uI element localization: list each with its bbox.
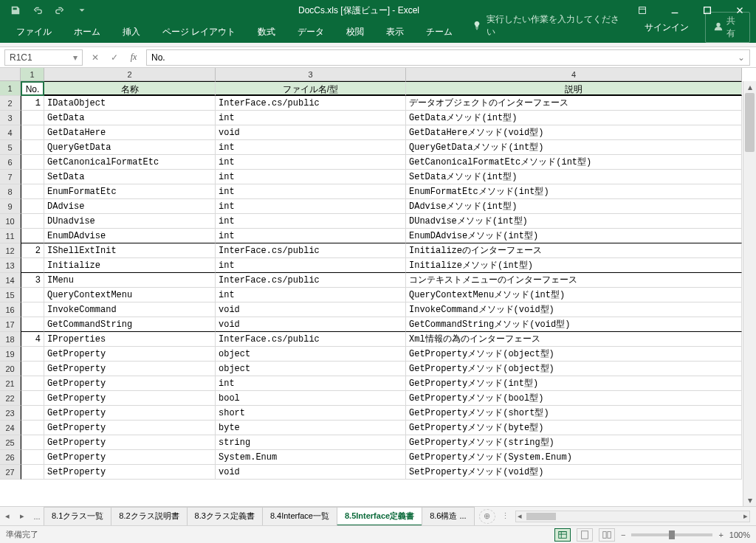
data-cell[interactable]: SetDataメソッド(int型)	[406, 170, 742, 184]
data-cell[interactable]: GetProperty	[44, 421, 216, 435]
data-cell[interactable]: GetDataHere	[44, 125, 216, 140]
data-cell[interactable]: QueryGetData	[44, 140, 216, 155]
row-header[interactable]: 15	[0, 288, 21, 302]
data-cell[interactable]: int	[216, 140, 406, 155]
data-cell[interactable]	[21, 376, 44, 391]
row-header[interactable]: 3	[0, 111, 21, 125]
data-cell[interactable]: IProperties	[44, 332, 216, 347]
data-cell[interactable]: SetPropertyメソッド(void型)	[406, 465, 742, 480]
data-cell[interactable]: GetProperty	[44, 391, 216, 406]
data-cell[interactable]: GetPropertyメソッド(object型)	[406, 362, 742, 376]
data-cell[interactable]: InterFace.cs/public	[216, 243, 406, 258]
data-cell[interactable]: InterFace.cs/public	[216, 332, 406, 347]
data-cell[interactable]	[21, 258, 44, 273]
row-header[interactable]: 19	[0, 347, 21, 362]
row-header[interactable]: 11	[0, 229, 21, 243]
tab-layout[interactable]: ページ レイアウト	[152, 21, 246, 43]
sheet-split-icon[interactable]: ⋮	[501, 511, 509, 521]
row-header[interactable]: 2	[0, 96, 21, 111]
data-cell[interactable]: GetProperty	[44, 347, 216, 362]
data-cell[interactable]: GetProperty	[44, 376, 216, 391]
data-cell[interactable]: InvokeCommandメソッド(void型)	[406, 302, 742, 317]
tab-team[interactable]: チーム	[416, 21, 463, 43]
data-cell[interactable]	[21, 155, 44, 170]
data-cell[interactable]: GetPropertyメソッド(bool型)	[406, 391, 742, 406]
sheet-tab[interactable]: 8.3クラス定義書	[187, 507, 263, 526]
signin-link[interactable]: サインイン	[634, 17, 699, 38]
data-cell[interactable]: DUnadvise	[44, 214, 216, 229]
header-cell[interactable]: 名称	[44, 81, 216, 96]
data-cell[interactable]: object	[216, 347, 406, 362]
sheet-tab[interactable]: 8.2クラス説明書	[111, 507, 187, 526]
chevron-down-icon[interactable]: ▾	[73, 52, 78, 63]
row-header[interactable]: 9	[0, 199, 21, 214]
tab-home[interactable]: ホーム	[63, 21, 111, 43]
data-cell[interactable]: int	[216, 376, 406, 391]
data-cell[interactable]: InterFace.cs/public	[216, 96, 406, 111]
add-sheet-icon[interactable]: ⊕	[479, 509, 495, 524]
data-cell[interactable]: DUnadviseメソッド(int型)	[406, 214, 742, 229]
data-cell[interactable]: IShellExtInit	[44, 243, 216, 258]
data-cell[interactable]: IDataObject	[44, 96, 216, 111]
data-cell[interactable]: GetPropertyメソッド(short型)	[406, 406, 742, 421]
row-header[interactable]: 13	[0, 258, 21, 273]
data-cell[interactable]	[21, 302, 44, 317]
expand-formula-icon[interactable]: ⌄	[738, 52, 745, 63]
data-cell[interactable]: InterFace.cs/public	[216, 273, 406, 288]
header-cell[interactable]: 説明	[406, 81, 742, 96]
name-box[interactable]: R1C1 ▾	[4, 49, 83, 66]
scroll-down-icon[interactable]: ▾	[743, 494, 756, 506]
data-cell[interactable]: GetPropertyメソッド(int型)	[406, 376, 742, 391]
data-cell[interactable]	[21, 435, 44, 450]
row-header[interactable]: 20	[0, 362, 21, 376]
data-cell[interactable]: short	[216, 406, 406, 421]
data-cell[interactable]: int	[216, 258, 406, 273]
data-cell[interactable]: int	[216, 170, 406, 184]
data-cell[interactable]	[21, 199, 44, 214]
data-cell[interactable]: int	[216, 288, 406, 302]
tab-file[interactable]: ファイル	[6, 21, 62, 43]
scroll-up-icon[interactable]: ▴	[743, 81, 756, 93]
data-cell[interactable]: 2	[21, 243, 44, 258]
enter-formula-icon[interactable]: ✓	[105, 49, 124, 66]
tab-view[interactable]: 表示	[376, 21, 414, 43]
data-cell[interactable]	[21, 362, 44, 376]
sheet-tab[interactable]: 8.4Interface一覧	[262, 507, 337, 526]
row-header[interactable]: 14	[0, 273, 21, 288]
data-cell[interactable]	[21, 450, 44, 465]
data-cell[interactable]: GetProperty	[44, 406, 216, 421]
data-cell[interactable]: byte	[216, 421, 406, 435]
data-cell[interactable]: Initializeメソッド(int型)	[406, 258, 742, 273]
hscroll-thumb[interactable]	[526, 513, 556, 520]
data-cell[interactable]: 3	[21, 273, 44, 288]
header-cell[interactable]: No.	[21, 81, 44, 96]
view-pagelayout-icon[interactable]	[577, 528, 593, 542]
data-cell[interactable]	[21, 406, 44, 421]
row-header[interactable]: 10	[0, 214, 21, 229]
row-header[interactable]: 4	[0, 125, 21, 140]
data-cell[interactable]: int	[216, 111, 406, 125]
sheet-overflow[interactable]: ...	[30, 509, 44, 524]
data-cell[interactable]: int	[216, 214, 406, 229]
row-header[interactable]: 24	[0, 421, 21, 435]
data-cell[interactable]: EnumFormatEtc	[44, 184, 216, 199]
data-cell[interactable]: 1	[21, 96, 44, 111]
data-cell[interactable]: EnumDAdviseメソッド(int型)	[406, 229, 742, 243]
data-cell[interactable]: EnumDAdvise	[44, 229, 216, 243]
sheet-nav-prev-icon[interactable]: ◂	[0, 509, 15, 524]
data-cell[interactable]: データオブジェクトのインターフェース	[406, 96, 742, 111]
select-all-corner[interactable]	[0, 68, 21, 81]
data-cell[interactable]: void	[216, 302, 406, 317]
data-cell[interactable]: GetProperty	[44, 362, 216, 376]
vscroll-thumb[interactable]	[745, 93, 755, 152]
data-cell[interactable]: QueryGetDataメソッド(int型)	[406, 140, 742, 155]
fx-icon[interactable]: fx	[124, 49, 143, 66]
data-cell[interactable]: GetDataメソッド(int型)	[406, 111, 742, 125]
zoom-slider[interactable]	[631, 533, 712, 536]
sheet-tab[interactable]: 8.6構造 ...	[422, 507, 475, 526]
data-cell[interactable]: int	[216, 229, 406, 243]
data-cell[interactable]: int	[216, 184, 406, 199]
data-cell[interactable]	[21, 317, 44, 332]
sheet-tab[interactable]: 8.1クラス一覧	[44, 507, 111, 526]
tab-review[interactable]: 校閲	[336, 21, 374, 43]
